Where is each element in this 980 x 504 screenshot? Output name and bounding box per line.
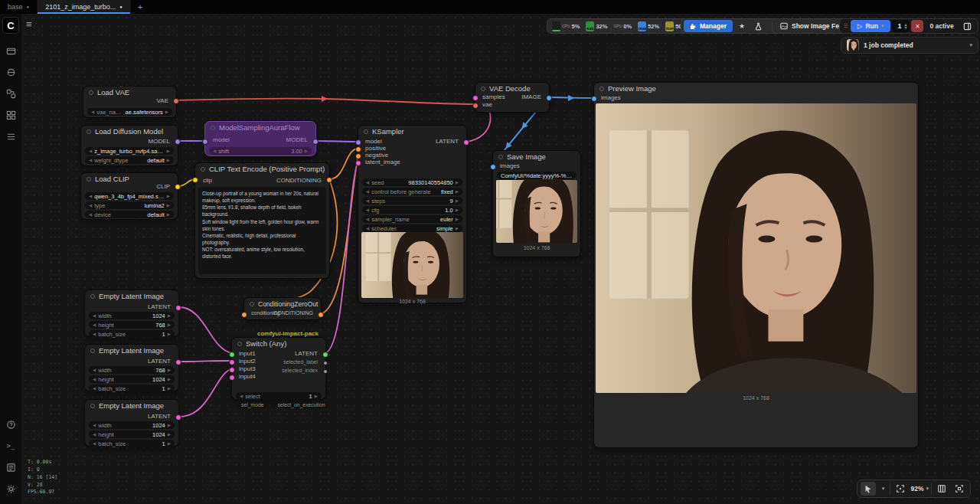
widget-width[interactable]: ◀width1024▶: [89, 312, 175, 319]
next-arrow-icon[interactable]: ▶: [165, 110, 168, 114]
input-port-samples[interactable]: [472, 95, 479, 101]
flask-icon[interactable]: [751, 20, 766, 32]
job-status-bar[interactable]: 1 job completed ▾: [841, 37, 978, 54]
workflows-icon[interactable]: [2, 42, 19, 59]
prev-arrow-icon[interactable]: ◀: [366, 189, 369, 194]
widget-height[interactable]: ◀height1024▶: [89, 375, 175, 383]
next-arrow-icon[interactable]: ▶: [168, 386, 171, 391]
prev-arrow-icon[interactable]: ◀: [89, 158, 92, 162]
next-arrow-icon[interactable]: ▶: [168, 322, 171, 327]
prev-arrow-icon[interactable]: ◀: [93, 368, 96, 372]
collapse-icon[interactable]: [250, 302, 254, 306]
sel-mode-value[interactable]: select_on_execution: [272, 401, 330, 408]
widget-batch-size[interactable]: ◀batch_size1▶: [89, 330, 175, 338]
zoom-level-dropdown[interactable]: 92%▾: [910, 482, 929, 496]
node-save-image[interactable]: Save Image images ComfyUI/%date:yyyy%-%d…: [492, 150, 581, 257]
input-port-model[interactable]: [202, 139, 208, 145]
node-vae-decode[interactable]: VAE Decode samples vae IMAGE: [475, 82, 550, 113]
next-arrow-icon[interactable]: ▶: [167, 194, 170, 198]
next-arrow-icon[interactable]: ▶: [167, 149, 170, 153]
widget-steps[interactable]: ◀steps9▶: [362, 197, 462, 205]
widget-sampler-name[interactable]: ◀sampler_nameeuler▶: [362, 215, 462, 223]
prev-arrow-icon[interactable]: ◀: [93, 332, 96, 336]
grid-layout-icon[interactable]: [934, 482, 949, 496]
prev-arrow-icon[interactable]: ◀: [89, 203, 92, 208]
collapse-icon[interactable]: [599, 87, 604, 91]
collapse-icon[interactable]: [90, 349, 95, 353]
input-port-input2[interactable]: [229, 359, 235, 365]
node-conditioning-zero-out[interactable]: ConditioningZeroOut conditioning CONDITI…: [243, 297, 322, 320]
widget-weight-dtype[interactable]: ◀ weight_dtype default ▶: [85, 156, 174, 164]
collapse-icon[interactable]: [90, 404, 95, 408]
next-arrow-icon[interactable]: ▶: [305, 149, 308, 153]
models-icon[interactable]: [2, 64, 19, 80]
prev-arrow-icon[interactable]: ◀: [366, 208, 369, 212]
prev-arrow-icon[interactable]: ◀: [91, 110, 94, 114]
output-port-selected-index[interactable]: [323, 369, 328, 374]
templates-icon[interactable]: [2, 106, 19, 123]
collapse-icon[interactable]: [364, 129, 368, 134]
prev-arrow-icon[interactable]: ◀: [93, 322, 96, 327]
input-port-input3[interactable]: [229, 367, 235, 373]
prev-arrow-icon[interactable]: ◀: [89, 212, 92, 217]
queue-icon[interactable]: [2, 128, 19, 145]
widget-shift[interactable]: ◀ shift 3.00 ▶: [209, 147, 312, 155]
collapse-icon[interactable]: [211, 126, 215, 130]
next-arrow-icon[interactable]: ▶: [168, 368, 171, 372]
output-port-conditioning[interactable]: [318, 312, 324, 318]
next-arrow-icon[interactable]: ▶: [456, 226, 459, 231]
widget-select[interactable]: ◀ select 1 ▶: [236, 392, 322, 400]
batch-count-input[interactable]: 1 ▲▼: [892, 20, 910, 32]
input-port-images[interactable]: [591, 96, 597, 102]
logs-icon[interactable]: [2, 459, 19, 476]
widget-clip-name[interactable]: ◀ qwen_3_4b_fp4_mixed.safeten... ▶: [85, 192, 174, 200]
new-tab-button[interactable]: +: [131, 0, 149, 14]
prev-arrow-icon[interactable]: ◀: [366, 217, 369, 221]
input-port-images[interactable]: [490, 164, 496, 170]
prev-arrow-icon[interactable]: ◀: [213, 149, 216, 153]
prev-arrow-icon[interactable]: ◀: [93, 441, 96, 446]
chevron-down-icon[interactable]: ▾: [881, 23, 884, 29]
next-arrow-icon[interactable]: ▶: [456, 208, 459, 212]
collapse-icon[interactable]: [87, 177, 91, 182]
collapse-icon[interactable]: [201, 167, 205, 172]
comfyui-logo[interactable]: C: [2, 17, 19, 34]
input-port-latent-image[interactable]: [355, 160, 361, 166]
input-port-negative[interactable]: [355, 153, 361, 159]
node-switch-any[interactable]: Switch (Any) input1 input2 input3 input4…: [231, 337, 326, 400]
next-arrow-icon[interactable]: ▶: [456, 189, 459, 194]
prev-arrow-icon[interactable]: ◀: [89, 149, 92, 153]
next-arrow-icon[interactable]: ▶: [167, 203, 170, 208]
input-port-input1[interactable]: [229, 352, 235, 358]
widget-type[interactable]: ◀ type lumina2 ▶: [85, 201, 174, 209]
panel-toggle-icon[interactable]: [960, 20, 975, 32]
output-port-clip[interactable]: [175, 184, 181, 190]
prev-arrow-icon[interactable]: ◀: [366, 180, 369, 185]
next-arrow-icon[interactable]: ▶: [315, 394, 318, 398]
sel-mode-toggle[interactable]: sel_mode: [236, 401, 269, 408]
manager-button[interactable]: Manager: [684, 20, 733, 32]
collapse-icon[interactable]: [87, 129, 91, 134]
prev-arrow-icon[interactable]: ◀: [366, 198, 369, 203]
output-port-latent[interactable]: [463, 139, 469, 146]
input-port-positive[interactable]: [355, 146, 361, 152]
next-arrow-icon[interactable]: ▶: [167, 212, 170, 217]
node-empty-latent-3[interactable]: Empty Latent Image LATENT ◀width1024▶ ◀h…: [84, 399, 179, 447]
output-port-vae[interactable]: [173, 98, 179, 104]
next-arrow-icon[interactable]: ▶: [168, 377, 171, 381]
node-ksampler[interactable]: KSampler model positive negative latent_…: [358, 125, 467, 303]
star-icon[interactable]: ★: [734, 20, 750, 32]
collapse-icon[interactable]: [90, 294, 95, 299]
decrement-icon[interactable]: ▼: [903, 26, 907, 29]
pointer-mode-chevron-icon[interactable]: ▾: [878, 482, 887, 496]
output-port-latent[interactable]: [322, 352, 328, 358]
next-arrow-icon[interactable]: ▶: [456, 180, 459, 185]
prev-arrow-icon[interactable]: ◀: [93, 432, 96, 437]
node-load-diffusion-model[interactable]: Load Diffusion Model MODEL ◀ z_image_tur…: [80, 125, 178, 166]
input-port-vae[interactable]: [472, 103, 479, 109]
nodes-library-icon[interactable]: [2, 85, 19, 102]
collapse-icon[interactable]: [237, 342, 242, 346]
tab-base[interactable]: base ●: [0, 0, 38, 14]
input-port-clip[interactable]: [192, 177, 198, 183]
widget-unet-name[interactable]: ◀ z_image_turbo_nvfp4.safetens... ▶: [85, 147, 174, 155]
